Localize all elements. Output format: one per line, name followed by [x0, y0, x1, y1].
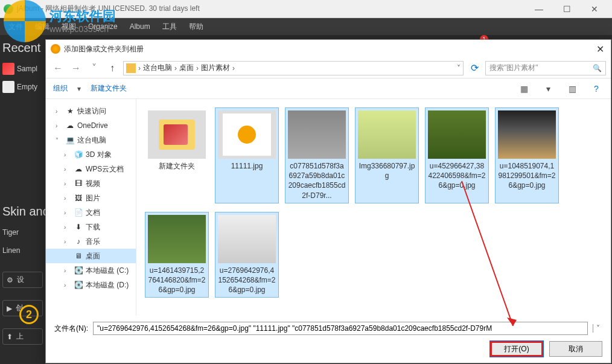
cloud-icon: ☁ [65, 121, 75, 130]
file-item[interactable]: Img336680797.jpg [355, 107, 419, 203]
view-mode-button[interactable]: ▦ [517, 84, 531, 94]
dialog-titlebar: 添加图像或文件夹到相册 ✕ [46, 40, 611, 58]
recent-item-label: Empty [17, 83, 37, 91]
folder-icon [126, 63, 136, 73]
expand-icon[interactable]: › [56, 123, 63, 129]
chevron-down-icon[interactable]: ▾ [541, 84, 555, 94]
menu-edit[interactable]: 编辑 [31, 21, 53, 33]
minimize-button[interactable]: — [525, 0, 553, 18]
menu-organize[interactable]: Organize [84, 21, 121, 32]
expand-icon[interactable]: › [64, 209, 71, 216]
expand-icon[interactable]: › [64, 224, 71, 231]
new-folder-button[interactable]: 新建文件夹 [91, 83, 127, 94]
skin-tiger[interactable]: Tiger [2, 223, 43, 241]
refresh-button[interactable]: ⟳ [467, 62, 482, 74]
breadcrumb-dropdown[interactable]: ˅ [457, 64, 461, 72]
help-button[interactable]: ? [589, 84, 604, 94]
crumb[interactable]: 桌面 [179, 63, 194, 73]
file-item[interactable]: u=1461439715,2764146820&fm=26&gp=0.jpg [145, 212, 209, 298]
tree-node-音乐[interactable]: ›♪音乐 [46, 234, 136, 249]
tree-node-文档[interactable]: ›📄文档 [46, 205, 136, 220]
tree-node-快速访问[interactable]: ›★快速访问 [46, 104, 136, 118]
recent-label: Recent [2, 41, 43, 55]
expand-icon[interactable]: › [56, 108, 63, 115]
tree-node-本地磁盘 (D:)[interactable]: ›💽本地磁盘 (D:) [46, 278, 136, 292]
file-item[interactable]: u=1048519074,1981299501&fm=26&gp=0.jpg [495, 107, 559, 203]
download-icon: ⬇ [74, 222, 83, 232]
file-item[interactable]: 新建文件夹 [145, 107, 209, 203]
file-item[interactable]: u=2769642976,4152654268&fm=26&gp=0.jpg [215, 212, 279, 298]
tree-label: 下载 [86, 222, 100, 232]
cancel-button[interactable]: 取消 [549, 341, 602, 357]
tree-label: 桌面 [86, 251, 100, 261]
organize-menu[interactable]: 组织 [53, 83, 68, 94]
annotation-badge-2: 2 [19, 305, 39, 324]
menu-view[interactable]: 视图 [58, 21, 80, 33]
search-input[interactable]: 搜索"图片素材" 🔍 [485, 61, 606, 75]
breadcrumb[interactable]: › 这台电脑 › 桌面 › 图片素材 › ˅ [123, 61, 464, 75]
video-icon: 🎞 [74, 179, 83, 188]
file-thumbnail [498, 110, 556, 159]
nav-recent-dropdown[interactable]: ˅ [87, 61, 101, 75]
disk-icon: 💽 [74, 266, 83, 275]
cube-icon: 🧊 [74, 150, 83, 159]
thumb-icon [2, 63, 14, 75]
skin-linen[interactable]: Linen [2, 241, 43, 260]
file-item[interactable]: c077851d578f3a6927a59b8da01c209caecfb185… [285, 107, 349, 203]
file-list[interactable]: 新建文件夹11111.jpgc077851d578f3a6927a59b8da0… [136, 99, 611, 316]
maximize-button[interactable]: ☐ [553, 0, 581, 18]
file-item[interactable]: 11111.jpg [215, 107, 279, 203]
filename-label: 文件名(N): [54, 324, 88, 334]
nav-forward-button[interactable]: → [69, 61, 83, 75]
tree-node-本地磁盘 (C:)[interactable]: ›💽本地磁盘 (C:) [46, 263, 136, 278]
tree-node-这台电脑[interactable]: ˅💻这台电脑 [46, 133, 136, 147]
menu-help[interactable]: 帮助 [185, 21, 207, 33]
settings-button[interactable]: ⚙设 [2, 272, 43, 288]
nav-up-button[interactable]: ↑ [105, 61, 120, 75]
expand-icon[interactable]: › [64, 238, 71, 245]
app-title: jAlbum - 网络相册制作者 UNLICENSED. 30 trial da… [17, 4, 525, 14]
chevron-right-icon: › [195, 64, 200, 72]
expand-icon[interactable]: ˅ [56, 137, 63, 144]
disk-icon: 💽 [74, 280, 83, 290]
menu-tools[interactable]: 工具 [159, 21, 180, 33]
recent-item-sample[interactable]: Sampl [2, 60, 43, 78]
menu-album[interactable]: Album [126, 21, 154, 32]
dialog-close-button[interactable]: ✕ [594, 43, 606, 55]
menu-file[interactable]: 文件 [5, 21, 27, 33]
chevron-right-icon: › [231, 64, 236, 72]
expand-icon[interactable]: › [64, 267, 71, 274]
file-name: u=452966427,38422406598&fm=26&gp=0.jpg [428, 161, 486, 191]
upload-button[interactable]: ⬆上 [2, 328, 43, 345]
expand-icon[interactable]: › [64, 152, 71, 158]
tree-node-OneDrive[interactable]: ›☁OneDrive [46, 118, 136, 133]
tree-node-图片[interactable]: ›🖼图片 [46, 191, 136, 205]
dialog-body: ›★快速访问›☁OneDrive˅💻这台电脑›🧊3D 对象›☁WPS云文档›🎞视… [46, 99, 611, 316]
expand-icon[interactable]: › [64, 180, 71, 187]
open-button[interactable]: 打开(O) [490, 341, 543, 357]
close-button[interactable]: ✕ [581, 0, 608, 18]
filename-dropdown[interactable]: ˅ [593, 324, 602, 333]
tree-node-视频[interactable]: ›🎞视频 [46, 176, 136, 191]
expand-icon[interactable]: › [64, 282, 71, 289]
recent-item-empty[interactable]: Empty [2, 78, 43, 96]
crumb[interactable]: 图片素材 [201, 63, 230, 73]
tree-node-3D 对象[interactable]: ›🧊3D 对象 [46, 147, 136, 162]
dialog-nav: ← → ˅ ↑ › 这台电脑 › 桌面 › 图片素材 › ˅ ⟳ 搜索"图片素材… [46, 58, 611, 78]
expand-icon[interactable]: › [64, 166, 71, 173]
file-thumbnail [428, 110, 486, 159]
folder-tree[interactable]: ›★快速访问›☁OneDrive˅💻这台电脑›🧊3D 对象›☁WPS云文档›🎞视… [46, 99, 136, 316]
tree-node-WPS云文档[interactable]: ›☁WPS云文档 [46, 162, 136, 176]
filename-input[interactable]: "u=2769642976,4152654268&fm=26&gp=0.jpg"… [93, 322, 588, 335]
tree-node-桌面[interactable]: 🖥桌面 [46, 249, 136, 263]
file-thumbnail [148, 110, 206, 159]
file-item[interactable]: u=452966427,38422406598&fm=26&gp=0.jpg [425, 107, 489, 203]
expand-icon[interactable]: › [64, 195, 71, 202]
tree-label: 快速访问 [77, 106, 106, 117]
preview-pane-button[interactable]: ▥ [565, 84, 579, 94]
file-name: u=1048519074,1981299501&fm=26&gp=0.jpg [498, 161, 556, 191]
tree-node-下载[interactable]: ›⬇下载 [46, 220, 136, 234]
nav-back-button[interactable]: ← [51, 61, 65, 75]
file-thumbnail [288, 110, 346, 159]
crumb[interactable]: 这台电脑 [143, 63, 172, 73]
